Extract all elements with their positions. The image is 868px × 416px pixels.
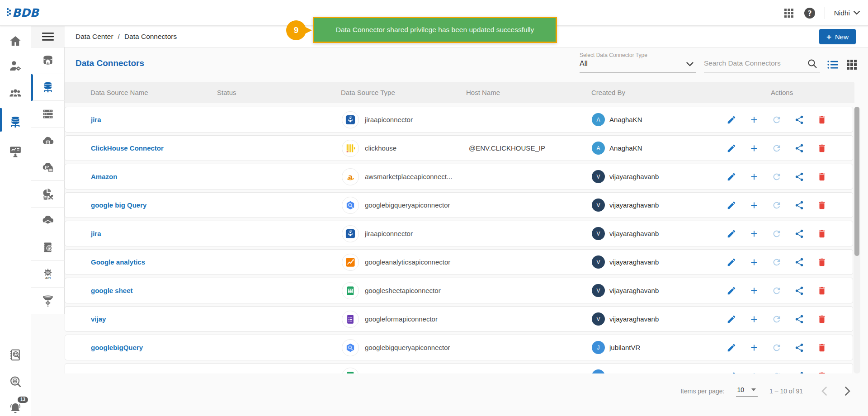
share-button[interactable]	[794, 257, 805, 268]
items-per-page-select[interactable]: 10	[736, 386, 758, 397]
data-source-name-link[interactable]: Amazon	[65, 173, 217, 180]
share-button[interactable]	[794, 114, 805, 125]
add-button[interactable]	[749, 257, 760, 268]
refresh-button[interactable]	[771, 257, 782, 268]
share-button[interactable]	[794, 143, 805, 154]
share-button[interactable]	[794, 314, 805, 325]
data-source-name-link[interactable]: ClickHouse Connector	[65, 144, 217, 152]
add-button[interactable]	[749, 228, 760, 239]
edit-button[interactable]	[726, 342, 737, 353]
share-button[interactable]	[794, 285, 805, 296]
module-item-database-home[interactable]	[31, 47, 65, 74]
previous-page-button[interactable]	[818, 385, 830, 397]
module-item-pie-database-sync[interactable]	[31, 181, 65, 208]
data-source-name-link[interactable]: google big Query	[65, 201, 217, 209]
scrollbar-thumb[interactable]	[854, 107, 859, 256]
module-item-server-rack[interactable]	[31, 101, 65, 128]
delete-button[interactable]	[816, 285, 827, 296]
data-source-type-label: googleformapiconnector	[365, 315, 438, 323]
table-scrollbar[interactable]	[854, 107, 860, 373]
delete-button[interactable]	[816, 171, 827, 182]
sidebar-item-feedback-chat[interactable]	[0, 138, 31, 165]
pagination-range: 1 – 10 of 91	[769, 388, 803, 395]
module-item-cloud-database-code[interactable]: </>	[31, 154, 65, 181]
edit-button[interactable]	[726, 371, 737, 374]
delete-button[interactable]	[816, 371, 827, 374]
edit-button[interactable]	[726, 228, 737, 239]
delete-button[interactable]	[816, 342, 827, 353]
delete-button[interactable]	[816, 314, 827, 325]
data-source-name-link[interactable]: Google analytics	[65, 258, 217, 266]
help-icon[interactable]: ?	[804, 7, 816, 19]
new-button[interactable]: + New	[819, 29, 856, 44]
refresh-button[interactable]	[771, 171, 782, 182]
notifications-bell-icon	[9, 402, 22, 415]
sidebar-item-user-groups[interactable]	[0, 80, 31, 106]
edit-button[interactable]	[726, 171, 737, 182]
data-source-name-link[interactable]: vijay	[65, 315, 217, 323]
sidebar-item-home[interactable]	[0, 30, 31, 52]
module-item-database-network[interactable]	[31, 74, 65, 101]
refresh-button[interactable]	[771, 228, 782, 239]
edit-button[interactable]	[726, 285, 737, 296]
data-source-name-link[interactable]: googlebigQuery	[65, 344, 217, 351]
refresh-button[interactable]	[771, 114, 782, 125]
add-button[interactable]	[749, 171, 760, 182]
data-source-type: googlesheetapiconnector	[341, 282, 467, 299]
module-item-cloud-database[interactable]	[31, 128, 65, 154]
module-item-cloud-layers[interactable]	[31, 208, 65, 234]
refresh-button[interactable]	[771, 285, 782, 296]
apps-grid-icon[interactable]	[783, 7, 795, 19]
add-button[interactable]	[749, 114, 760, 125]
grid-view-icon[interactable]	[846, 59, 858, 71]
add-button[interactable]	[749, 342, 760, 353]
search-input[interactable]	[704, 56, 802, 71]
data-source-name-link[interactable]: jira	[65, 230, 217, 237]
add-button[interactable]	[749, 200, 760, 211]
breadcrumb-data-center[interactable]: Data Center	[75, 33, 113, 41]
add-button[interactable]	[749, 143, 760, 154]
refresh-button[interactable]	[771, 314, 782, 325]
next-page-button[interactable]	[842, 385, 854, 397]
edit-button[interactable]	[726, 143, 737, 154]
sidebar-item-database-search[interactable]	[0, 369, 31, 394]
user-menu[interactable]: Nidhi	[834, 9, 860, 17]
share-button[interactable]	[794, 371, 805, 374]
add-button[interactable]	[749, 285, 760, 296]
add-button[interactable]	[749, 314, 760, 325]
delete-button[interactable]	[816, 143, 827, 154]
data-source-name-link[interactable]: google sheet	[65, 287, 217, 294]
delete-button[interactable]	[816, 114, 827, 125]
refresh-button[interactable]	[771, 143, 782, 154]
data-source-name-link[interactable]: jira	[65, 116, 217, 123]
delete-button[interactable]	[816, 228, 827, 239]
edit-button[interactable]	[726, 257, 737, 268]
edit-button[interactable]	[726, 200, 737, 211]
sidebar-item-catalog-search[interactable]	[0, 342, 31, 367]
search-icon[interactable]	[807, 59, 817, 71]
delete-button[interactable]	[816, 200, 827, 211]
share-button[interactable]	[794, 171, 805, 182]
created-by: AAnaghaKN	[592, 142, 726, 155]
list-view-icon[interactable]	[827, 59, 839, 71]
jira-icon	[342, 225, 359, 242]
sidebar-item-database-network[interactable]	[0, 107, 31, 137]
add-button[interactable]	[749, 371, 760, 374]
connector-type-select[interactable]: Select Data Connector Type All	[580, 52, 696, 73]
module-item-gear-api[interactable]: API	[31, 261, 65, 288]
refresh-button[interactable]	[771, 342, 782, 353]
share-button[interactable]	[794, 200, 805, 211]
breadcrumb-data-connectors[interactable]: Data Connectors	[124, 33, 177, 41]
share-button[interactable]	[794, 228, 805, 239]
share-button[interactable]	[794, 342, 805, 353]
sidebar-item-user-settings[interactable]	[0, 53, 31, 79]
module-item-funnel-gear[interactable]	[31, 288, 65, 314]
hamburger-menu-button[interactable]	[31, 26, 65, 47]
edit-button[interactable]	[726, 114, 737, 125]
edit-button[interactable]	[726, 314, 737, 325]
sidebar-item-notifications-bell[interactable]: 13	[0, 396, 31, 416]
module-item-database-gear[interactable]	[31, 234, 65, 261]
delete-button[interactable]	[816, 257, 827, 268]
refresh-button[interactable]	[771, 200, 782, 211]
refresh-button[interactable]	[771, 371, 782, 374]
